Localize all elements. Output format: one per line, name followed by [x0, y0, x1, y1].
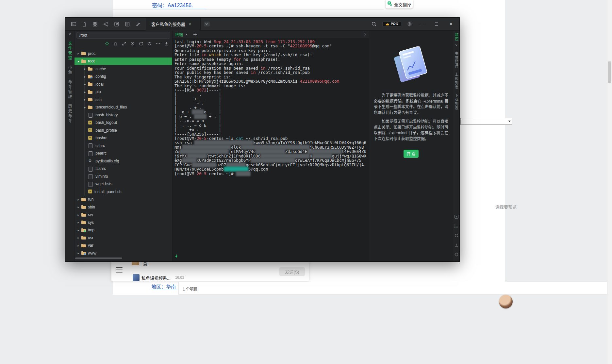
expand-arrow-icon[interactable]: ▸ — [83, 106, 87, 109]
session-tab-close-icon[interactable] — [189, 22, 191, 26]
log-list-icon[interactable] — [124, 21, 130, 27]
chat-conversation-name[interactable]: 私鱼短视频系... — [141, 275, 171, 281]
settings-gear-icon[interactable] — [406, 21, 412, 27]
pro-badge[interactable]: PRO — [382, 21, 401, 27]
monitor-rail-tab[interactable]: 监控 — [454, 33, 459, 41]
path-input[interactable]: /root — [76, 32, 170, 39]
tree-row[interactable]: .viminfo — [74, 173, 172, 180]
tree-row[interactable]: ▸usr — [74, 234, 172, 242]
expand-arrow-icon[interactable]: ▸ — [76, 198, 80, 201]
refresh-icon[interactable] — [138, 41, 143, 46]
close-file-panel-icon[interactable] — [69, 32, 71, 37]
tree-row[interactable]: .cshrc — [74, 142, 172, 150]
tree-row[interactable]: install_panel.sh — [74, 188, 172, 196]
tree-row[interactable]: .wget-hsts — [74, 180, 172, 188]
tree-row[interactable]: ▾root — [74, 58, 172, 65]
tab-list-chevron[interactable] — [204, 22, 210, 26]
tree-row[interactable]: ▸sbin — [74, 203, 172, 211]
enable-monitor-button[interactable]: 开 启 — [404, 150, 419, 158]
close-window-button[interactable] — [446, 21, 455, 28]
maximize-button[interactable] — [432, 21, 441, 28]
new-terminal-tab-icon[interactable] — [193, 32, 197, 37]
terminal-tab[interactable]: 终端 — [175, 32, 183, 37]
close-monitor-panel-icon[interactable] — [455, 43, 458, 48]
user-avatar[interactable] — [499, 295, 513, 308]
task-list-icon[interactable] — [454, 223, 459, 228]
tree-row[interactable]: ▸.config — [74, 73, 172, 81]
page-scrollbar-thumb[interactable] — [608, 61, 611, 83]
watch-icon[interactable] — [130, 41, 135, 46]
expand-arrow-icon[interactable]: ▸ — [76, 205, 80, 209]
right-rail-tab[interactable]: 上传列表 — [454, 73, 459, 90]
home-icon[interactable] — [113, 41, 118, 46]
tree-row[interactable]: ▸srv — [74, 211, 172, 219]
tree-row[interactable]: ▸sys — [74, 219, 172, 226]
expand-arrow-icon[interactable]: ▸ — [76, 213, 80, 217]
minimize-button[interactable] — [418, 21, 427, 28]
hscrollbar-thumb[interactable] — [75, 257, 122, 259]
expand-arrow-icon[interactable]: ▸ — [76, 244, 80, 247]
tree-row[interactable]: .tcshrc — [74, 165, 172, 173]
expand-arrow-icon[interactable]: ▸ — [83, 98, 87, 101]
tree-row[interactable]: ▸.ssh — [74, 96, 172, 104]
locate-icon[interactable] — [104, 41, 109, 46]
region-link[interactable]: 地区：华南 — [151, 283, 178, 290]
more-icon[interactable] — [155, 41, 160, 46]
left-rail-tab[interactable]: 历史命令 — [67, 104, 73, 124]
tree-row[interactable]: .bash_logout — [74, 119, 172, 127]
tree-row[interactable]: .pearrc — [74, 150, 172, 157]
connections-flow-icon[interactable] — [103, 21, 109, 27]
tree-row[interactable]: .pydistutils.cfg — [74, 157, 172, 165]
new-terminal-icon[interactable] — [71, 21, 76, 27]
resize-diagonal-icon[interactable] — [121, 41, 126, 46]
transfer-box-icon[interactable] — [114, 21, 120, 27]
expand-arrow-icon[interactable]: ▸ — [76, 251, 80, 255]
file-icon[interactable] — [81, 21, 87, 27]
expand-arrow-icon[interactable]: ▸ — [76, 236, 80, 240]
expand-arrow-icon[interactable]: ▾ — [76, 59, 80, 63]
session-tab[interactable]: 客户私鱼的服务器 — [146, 18, 201, 31]
apps-grid-icon[interactable] — [92, 21, 98, 27]
page-scrollbar[interactable] — [607, 0, 612, 364]
preview-dropdown[interactable] — [460, 118, 512, 125]
file-panel-hscrollbar[interactable] — [74, 257, 172, 259]
expand-arrow-icon[interactable]: ▸ — [83, 82, 87, 86]
left-rail-tab[interactable]: 文件管理 — [67, 41, 73, 61]
hamburger-menu-icon[interactable] — [116, 267, 123, 273]
expand-arrow-icon[interactable]: ▸ — [76, 52, 80, 55]
expand-arrow-icon[interactable]: ▸ — [76, 228, 80, 232]
sync-icon[interactable] — [454, 233, 459, 238]
archive-download-icon[interactable] — [454, 242, 459, 247]
tree-row[interactable]: ▸run — [74, 196, 172, 204]
tree-row[interactable]: ▸.pip — [74, 88, 172, 96]
right-rail-tab[interactable]: 书签管理 — [454, 52, 459, 69]
close-terminal-panel-icon[interactable] — [364, 32, 366, 37]
chat-avatar[interactable] — [133, 274, 140, 281]
tree-row[interactable]: ▸tmp — [74, 226, 172, 234]
connection-status-icon[interactable] — [175, 254, 178, 260]
expand-arrow-icon[interactable]: ▸ — [76, 221, 80, 224]
password-link[interactable]: 密码：Aa123456. — [152, 1, 206, 9]
tree-row[interactable]: ▸www — [74, 249, 172, 256]
tree-row[interactable]: ▸.tencentcloud_files — [74, 104, 172, 111]
tree-row[interactable]: .bashrc — [74, 134, 172, 142]
expand-arrow-icon[interactable]: ▸ — [83, 75, 87, 78]
translate-button[interactable]: 全文翻译 — [386, 0, 413, 8]
expand-arrow-icon[interactable]: ▸ — [83, 90, 87, 94]
run-box-icon[interactable] — [454, 214, 459, 219]
favorite-heart-icon[interactable] — [147, 41, 152, 46]
search-icon[interactable] — [371, 21, 377, 27]
expand-arrow-icon[interactable]: ▸ — [83, 67, 87, 71]
tree-row[interactable]: ▸var — [74, 242, 172, 250]
terminal-tab-close-icon[interactable] — [185, 32, 188, 37]
send-button[interactable]: 发送(S) — [279, 267, 305, 276]
left-rail-tab[interactable]: 命令管理 — [67, 80, 73, 99]
right-rail-tab[interactable]: 下载列表 — [454, 93, 459, 110]
tree-row[interactable]: ▸.local — [74, 80, 172, 88]
left-rail-tab[interactable]: 小鱼 — [67, 65, 73, 75]
download-icon[interactable] — [164, 41, 169, 46]
tree-row[interactable]: ▸.cache — [74, 65, 172, 73]
tree-row[interactable]: .bash_profile — [74, 126, 172, 134]
rail-gear-icon[interactable] — [454, 252, 459, 257]
tree-row[interactable]: .bash_history — [74, 111, 172, 119]
